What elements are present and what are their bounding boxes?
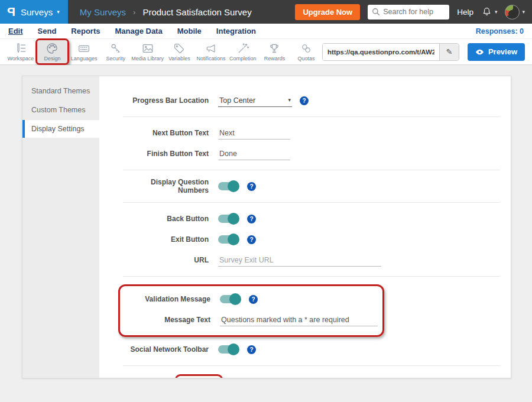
next-button-text-label: Next Button Text (123, 129, 209, 137)
toolbar-item-media-library[interactable]: Media Library (132, 40, 164, 63)
save-row: Save (123, 374, 500, 378)
breadcrumb-my-surveys[interactable]: My Surveys (80, 7, 126, 17)
message-text-label: Message Text (125, 316, 210, 324)
surveys-menu-label: Surveys (21, 7, 53, 17)
exit-button-toggle[interactable] (218, 235, 238, 244)
toolbar-item-rewards[interactable]: Rewards (259, 40, 291, 63)
help-icon[interactable]: ? (300, 96, 309, 105)
toolbar-item-label: Notifications (197, 56, 226, 61)
toolbar-item-notifications[interactable]: Notifications (195, 40, 227, 63)
toolbar-item-label: Languages (71, 56, 98, 61)
toolbar-item-workspace[interactable]: Workspace (5, 40, 37, 63)
preview-button[interactable]: Preview (468, 43, 525, 61)
toolbar-item-label: Media Library (131, 56, 164, 61)
preview-button-label: Preview (488, 47, 517, 56)
back-button-label: Back Button (123, 215, 209, 223)
responses-count[interactable]: Responses: 0 (476, 27, 524, 35)
help-icon[interactable]: ? (249, 295, 258, 304)
exit-button-label: Exit Button (123, 235, 209, 244)
toolbar-item-design[interactable]: Design (37, 40, 69, 63)
breadcrumb-survey-title: Product Satisfaction Survey (142, 7, 251, 17)
chevron-down-icon: ▾ (522, 9, 525, 15)
help-search-box[interactable] (368, 5, 449, 20)
back-button-toggle[interactable] (218, 215, 238, 223)
survey-url-field: ✎ (322, 43, 459, 61)
tab-mobile[interactable]: Mobile (177, 27, 202, 35)
divider (123, 202, 500, 203)
breadcrumb-separator: › (133, 8, 135, 17)
display-question-numbers-row: Display Question Numbers ? (123, 178, 500, 194)
help-link[interactable]: Help (457, 8, 473, 17)
social-network-toolbar-row: Social Network Toolbar ? (123, 341, 500, 358)
upgrade-now-button[interactable]: Upgrade Now (295, 4, 360, 20)
top-header: P Surveys ▾ My Surveys › Product Satisfa… (0, 0, 532, 24)
progress-bar-location-row: Progress Bar Location Top Center ▾ ? (123, 92, 500, 109)
search-icon (372, 8, 380, 16)
validation-message-row: Validation Message ? (125, 291, 378, 307)
finish-button-text-input[interactable] (218, 148, 290, 160)
surveys-product-menu[interactable]: Surveys ▾ (21, 7, 60, 17)
toolbar-item-completion[interactable]: Completion (227, 40, 259, 63)
toolbar-item-quotas[interactable]: Quotas (290, 40, 322, 63)
display-question-numbers-toggle[interactable] (218, 182, 238, 190)
chevron-down-icon: ▾ (57, 9, 60, 15)
next-button-text-input[interactable] (218, 127, 290, 140)
divider (123, 170, 500, 170)
finish-button-text-row: Finish Button Text (123, 145, 500, 162)
workspace-icon (14, 42, 27, 55)
chain-links-icon (300, 42, 313, 55)
trophy-icon (268, 42, 281, 55)
help-icon[interactable]: ? (247, 215, 256, 223)
notifications-menu[interactable]: ▾ (481, 6, 498, 18)
exit-url-row: URL (123, 252, 500, 268)
progress-bar-location-label: Progress Bar Location (123, 96, 209, 105)
divider (123, 116, 500, 117)
design-sidebar: Standard Themes Custom Themes Display Se… (22, 76, 99, 378)
help-icon[interactable]: ? (247, 182, 256, 191)
toolbar-item-label: Design (44, 56, 60, 61)
finish-button-text-label: Finish Button Text (123, 150, 209, 158)
tag-icon (173, 42, 186, 55)
image-icon (141, 42, 154, 55)
tab-integration[interactable]: Integration (216, 27, 256, 35)
exit-url-label: URL (123, 256, 209, 264)
toolbar-item-variables[interactable]: Variables (164, 40, 196, 63)
exit-button-row: Exit Button ? (123, 231, 500, 248)
tab-send[interactable]: Send (38, 27, 57, 35)
chevron-down-icon: ▾ (495, 9, 498, 15)
edit-toolbar: Workspace Design Languages Security (0, 39, 532, 65)
exit-url-input[interactable] (218, 254, 381, 267)
progress-bar-location-select[interactable]: Top Center ▾ (218, 95, 292, 107)
message-text-input[interactable] (220, 314, 378, 326)
tab-edit[interactable]: Edit (8, 27, 23, 35)
pencil-icon: ✎ (446, 47, 452, 56)
validation-message-toggle[interactable] (220, 295, 240, 303)
social-network-toolbar-toggle[interactable] (218, 345, 238, 354)
account-menu[interactable]: ▾ (505, 5, 525, 20)
toolbar-item-security[interactable]: Security (100, 40, 132, 63)
breadcrumb: My Surveys › Product Satisfaction Survey (80, 0, 252, 24)
survey-url-input[interactable] (323, 44, 439, 60)
help-search-input[interactable] (383, 8, 445, 16)
keyboard-icon (77, 42, 90, 55)
sidebar-item-standard-themes[interactable]: Standard Themes (22, 82, 99, 100)
avatar (505, 5, 520, 20)
display-settings-panel: Progress Bar Location Top Center ▾ ? Nex… (99, 76, 511, 378)
design-palette-icon (46, 42, 59, 55)
tab-manage-data[interactable]: Manage Data (115, 27, 162, 35)
sidebar-item-display-settings[interactable]: Display Settings (22, 120, 99, 138)
display-question-numbers-label: Display Question Numbers (123, 178, 209, 194)
toolbar-item-languages[interactable]: Languages (68, 40, 100, 63)
toolbar-item-label: Quotas (298, 56, 315, 61)
sidebar-item-custom-themes[interactable]: Custom Themes (22, 101, 99, 119)
edit-url-button[interactable]: ✎ (439, 44, 459, 60)
validation-message-label: Validation Message (125, 295, 210, 303)
questionpro-logo: P (7, 5, 15, 19)
toolbar-item-label: Workspace (7, 56, 34, 61)
help-icon[interactable]: ? (247, 345, 256, 354)
help-icon[interactable]: ? (247, 235, 256, 244)
tab-reports[interactable]: Reports (71, 27, 100, 35)
megaphone-icon (205, 42, 218, 55)
key-icon (109, 42, 122, 55)
toolbar-item-label: Variables (168, 56, 190, 61)
